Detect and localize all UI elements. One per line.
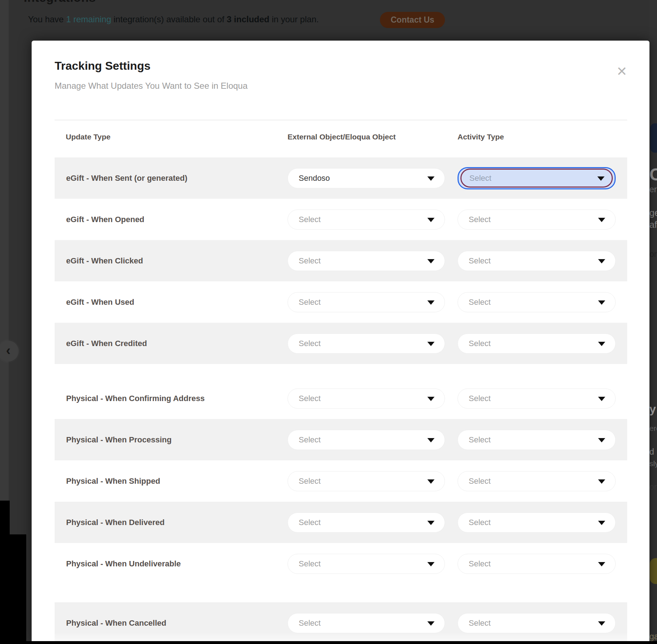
- plan-text-middle: integration(s) available out of: [111, 14, 227, 24]
- activity-type-select[interactable]: Select: [458, 167, 616, 189]
- table-row: Physical - When Processing Select Select: [55, 419, 627, 460]
- sidebar-collapse-button[interactable]: ‹: [0, 341, 19, 362]
- chevron-down-icon: [427, 479, 435, 484]
- background-text-fragment: ga: [649, 632, 657, 641]
- update-type-label: eGift - When Credited: [66, 339, 147, 348]
- activity-type-value: Select: [469, 168, 491, 188]
- external-object-value: Select: [299, 554, 321, 574]
- background-text-fragment: er: [649, 185, 657, 194]
- table-row: Physical - When Confirming Address Selec…: [55, 378, 627, 419]
- chevron-down-icon: [598, 397, 605, 401]
- background-text-fragment: aft: [649, 220, 657, 230]
- modal-title: Tracking Settings: [55, 59, 151, 73]
- chevron-down-icon: [427, 562, 435, 566]
- activity-type-select[interactable]: Select: [458, 512, 616, 533]
- activity-type-select[interactable]: Select: [458, 210, 616, 230]
- external-object-value: Select: [299, 430, 321, 450]
- activity-type-select[interactable]: Select: [458, 613, 616, 633]
- update-type-label: eGift - When Clicked: [66, 256, 143, 266]
- activity-type-select[interactable]: Select: [458, 388, 616, 409]
- tracking-rows: eGift - When Sent (or generated) Sendoso…: [32, 157, 649, 644]
- activity-type-value: Select: [469, 513, 491, 532]
- external-object-select[interactable]: Select: [288, 210, 445, 230]
- chevron-down-icon: [427, 342, 435, 346]
- plan-remaining-count: 1 remaining: [66, 14, 111, 24]
- table-row: Physical - When Shipped Select Select: [55, 460, 627, 502]
- external-object-select[interactable]: Sendoso: [288, 168, 445, 188]
- plan-usage-text: You have 1 remaining integration(s) avai…: [28, 14, 319, 24]
- external-object-select[interactable]: Select: [288, 471, 445, 491]
- chevron-down-icon: [427, 300, 435, 305]
- external-object-value: Select: [299, 210, 321, 229]
- chevron-down-icon: [598, 562, 605, 566]
- column-header-external-object: External Object/Eloqua Object: [288, 133, 396, 141]
- table-row: eGift - When Opened Select Select: [55, 199, 627, 240]
- chevron-down-icon: [427, 521, 435, 525]
- table-row: Physical - When Cancelled Select Select: [55, 602, 627, 644]
- external-object-select[interactable]: Select: [288, 251, 445, 271]
- background-text-fragment: erc: [649, 424, 657, 433]
- close-icon[interactable]: ✕: [613, 63, 630, 80]
- update-type-label: eGift - When Used: [66, 298, 134, 307]
- external-object-select[interactable]: Select: [288, 334, 445, 354]
- update-type-label: Physical - When Processing: [66, 435, 171, 445]
- external-object-value: Sendoso: [299, 169, 330, 188]
- background-text-fragment: y: [649, 402, 656, 416]
- update-type-label: Physical - When Undeliverable: [66, 559, 181, 569]
- external-object-select[interactable]: Select: [288, 388, 445, 409]
- chevron-down-icon: [427, 259, 435, 263]
- right-edge-fragments: Cergeaftoryercdslyorga: [649, 0, 657, 644]
- chevron-down-icon: [598, 342, 605, 346]
- chevron-down-icon: [598, 300, 605, 305]
- screen-bottom-black-bar: [0, 641, 657, 644]
- external-object-value: Select: [299, 472, 321, 491]
- table-row: eGift - When Credited Select Select: [55, 323, 627, 364]
- chevron-down-icon: [427, 397, 435, 401]
- chevron-down-icon: [598, 218, 605, 222]
- activity-type-select[interactable]: Select: [458, 334, 616, 354]
- table-row: eGift - When Used Select Select: [55, 281, 627, 323]
- activity-type-select[interactable]: Select: [458, 292, 616, 312]
- chevron-down-icon: [427, 438, 435, 442]
- background-text-fragment: C: [649, 165, 657, 184]
- external-object-select[interactable]: Select: [288, 292, 445, 312]
- external-object-value: Select: [299, 251, 321, 271]
- background-text-fragment: or: [649, 249, 657, 259]
- update-type-label: Physical - When Shipped: [66, 477, 160, 486]
- background-text-fragment: sly: [649, 459, 657, 468]
- update-type-label: eGift - When Opened: [66, 215, 144, 224]
- external-object-value: Select: [299, 334, 321, 353]
- external-object-select[interactable]: Select: [288, 613, 445, 633]
- chevron-down-icon: [597, 176, 605, 181]
- chevron-down-icon: [427, 621, 435, 626]
- column-header-update-type: Update Type: [66, 133, 110, 141]
- update-type-label: Physical - When Confirming Address: [66, 394, 205, 403]
- activity-type-select[interactable]: Select: [458, 251, 616, 271]
- activity-type-value: Select: [469, 210, 491, 229]
- external-object-value: Select: [299, 293, 321, 312]
- activity-type-value: Select: [469, 430, 491, 450]
- chevron-down-icon: [598, 521, 605, 525]
- external-object-select[interactable]: Select: [288, 430, 445, 450]
- screen: Integrations You have 1 remaining integr…: [0, 0, 657, 644]
- chevron-down-icon: [427, 176, 435, 181]
- activity-type-value: Select: [469, 389, 491, 408]
- external-object-select[interactable]: Select: [288, 554, 445, 574]
- external-object-value: Select: [299, 389, 321, 408]
- external-object-value: Select: [299, 513, 321, 532]
- update-type-label: eGift - When Sent (or generated): [66, 174, 187, 183]
- background-text-fragment: or: [649, 482, 657, 492]
- chevron-down-icon: [598, 479, 605, 484]
- chevron-down-icon: [598, 438, 605, 442]
- background-illustration-fragment: [650, 558, 657, 584]
- activity-type-select[interactable]: Select: [458, 430, 616, 450]
- contact-us-button[interactable]: Contact Us: [380, 12, 445, 28]
- background-text-fragment: ge: [649, 208, 657, 218]
- table-column-headers: Update Type External Object/Eloqua Objec…: [32, 133, 649, 143]
- chevron-left-icon: ‹: [6, 344, 11, 357]
- external-object-select[interactable]: Select: [288, 512, 445, 533]
- header-divider: [55, 120, 627, 120]
- activity-type-select[interactable]: Select: [458, 471, 616, 491]
- activity-type-select[interactable]: Select: [458, 554, 616, 574]
- plan-text-prefix: You have: [28, 14, 66, 24]
